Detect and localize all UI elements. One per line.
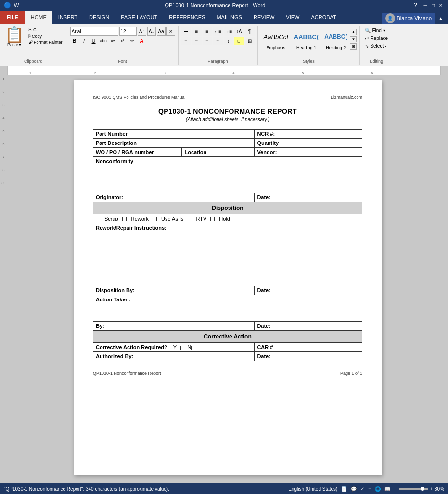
disposition-header: Disposition — [93, 202, 362, 214]
user-avatar: 👤 — [385, 13, 395, 23]
zoom-in-button[interactable]: + — [430, 486, 433, 492]
rtv-checkbox[interactable] — [188, 217, 192, 221]
font-name-input[interactable] — [70, 27, 118, 36]
date4-label: Date: — [255, 352, 362, 361]
copy-button[interactable]: ⎘ Copy — [27, 33, 64, 39]
decrease-indent-button[interactable]: ←≡ — [213, 27, 223, 36]
style-heading2[interactable]: AABBC( Heading 2 — [321, 27, 350, 51]
multilevel-button[interactable]: ≡ — [203, 27, 212, 36]
show-marks-button[interactable]: ¶ — [245, 27, 255, 36]
underline-button[interactable]: U — [90, 37, 98, 45]
bold-button[interactable]: B — [70, 37, 79, 45]
tab-references[interactable]: REFERENCES — [163, 11, 211, 24]
user-section[interactable]: 👤 Bianca Viviano — [382, 13, 436, 24]
tab-home[interactable]: HOME — [25, 11, 52, 24]
ruler-right-margin — [441, 66, 448, 75]
sort-button[interactable]: ↕A — [234, 27, 244, 36]
format-painter-button[interactable]: 🖌 Format Painter — [27, 39, 64, 45]
ruler-num-5: 5 — [3, 130, 5, 133]
strikethrough-button[interactable]: abc — [99, 37, 108, 45]
table-row-authorized: Authorized By: Date: — [93, 352, 362, 361]
word-page[interactable]: ISO 9001 QMS Policies and Procedures Man… — [74, 80, 382, 475]
table-row-action-taken: Action Taken: — [93, 295, 362, 322]
tab-insert[interactable]: INSERT — [52, 11, 83, 24]
line-spacing-button[interactable]: ↕ — [224, 37, 233, 45]
styles-scroll-down[interactable]: ▼ — [350, 36, 357, 42]
replace-button[interactable]: ⇄ Replace — [363, 35, 390, 42]
align-left-button[interactable]: ≡ — [181, 37, 191, 45]
select-button[interactable]: ↘ Select - — [363, 42, 390, 50]
hold-checkbox[interactable] — [210, 217, 215, 221]
table-row-nonconformity: Nonconformity — [93, 157, 362, 193]
font-shrink-button[interactable]: A↓ — [147, 27, 156, 36]
action-taken-cell: Action Taken: — [93, 295, 362, 322]
minimize-button[interactable]: ─ — [422, 2, 429, 9]
cut-button[interactable]: ✂ Cut — [27, 27, 64, 33]
superscript-button[interactable]: x² — [118, 37, 127, 45]
style-emphasis-label: Emphasis — [266, 45, 285, 50]
part-number-label: Part Number — [93, 130, 255, 139]
paste-button[interactable]: 📋 Paste ▼ — [3, 27, 26, 47]
ribbon-collapse-button[interactable]: ▲ — [435, 16, 446, 21]
tab-review[interactable]: REVIEW — [248, 11, 280, 24]
style-emphasis-preview: AaBbCcI — [264, 28, 288, 45]
tab-mailings[interactable]: MAILINGS — [211, 11, 248, 24]
styles-scroll-up[interactable]: ▲ — [350, 29, 357, 35]
justify-button[interactable]: ≡ — [213, 37, 223, 45]
clear-format-button[interactable]: ✕ — [166, 27, 175, 36]
style-heading2-label: Heading 2 — [326, 45, 346, 50]
maximize-button[interactable]: □ — [430, 2, 436, 9]
numbering-button[interactable]: ≡ — [192, 27, 202, 36]
tab-acrobat[interactable]: ACROBAT — [305, 11, 342, 24]
bullets-button[interactable]: ☰ — [181, 27, 191, 36]
styles-more[interactable]: ⊞ — [350, 43, 357, 50]
style-heading1[interactable]: AABBC( Heading 1 — [291, 27, 321, 51]
tab-file[interactable]: FILE — [0, 11, 25, 24]
font-grow-button[interactable]: A↑ — [138, 27, 146, 36]
yes-checkbox[interactable] — [177, 346, 181, 350]
help-button[interactable]: ? — [411, 2, 420, 9]
style-emphasis[interactable]: AaBbCcI Emphasis — [261, 27, 291, 51]
italic-button[interactable]: I — [80, 37, 89, 45]
date3-label: Date: — [255, 322, 362, 331]
ruler-mark-5: 5 — [302, 71, 304, 75]
page-header: ISO 9001 QMS Policies and Procedures Man… — [93, 95, 362, 100]
zoom-control[interactable]: − + 80% — [394, 486, 444, 492]
find-button[interactable]: 🔍 Find ▾ — [363, 27, 390, 34]
ruler-mark-2: 2 — [94, 71, 96, 75]
align-right-button[interactable]: ≡ — [203, 37, 212, 45]
ruler-mark-6: 6 — [371, 71, 373, 75]
by-label: By: — [93, 322, 255, 331]
zoom-slider[interactable] — [399, 488, 428, 490]
tab-design[interactable]: DESIGN — [83, 11, 115, 24]
scrap-checkbox[interactable] — [96, 217, 100, 221]
disposition-by-label: Disposition By: — [93, 286, 255, 295]
font-case-button[interactable]: Aa — [157, 27, 166, 36]
tab-view[interactable]: VIEW — [280, 11, 305, 24]
use-as-is-checkbox[interactable] — [153, 217, 157, 221]
corrective-action-header: Corrective Action — [93, 331, 362, 343]
shading-button[interactable]: ◻ — [234, 37, 244, 45]
close-button[interactable]: ✕ — [437, 2, 444, 9]
tab-page-layout[interactable]: PAGE LAYOUT — [115, 11, 163, 24]
no-checkbox[interactable] — [191, 346, 195, 350]
ruler-mark-4: 4 — [232, 71, 234, 75]
table-row-checkboxes: Scrap Rework Use As Is RTV Hold — [93, 214, 362, 223]
increase-indent-button[interactable]: →≡ — [224, 27, 233, 36]
rework-checkbox[interactable] — [122, 217, 127, 221]
originator-label: Originator: — [93, 193, 255, 202]
ribbon-group-clipboard: 📋 Paste ▼ ✂ Cut ⎘ Copy 🖌 Format Painter … — [0, 26, 67, 65]
table-row-originator: Originator: Date: — [93, 193, 362, 202]
borders-button[interactable]: ⊞ — [245, 37, 255, 45]
align-center-button[interactable]: ≡ — [192, 37, 202, 45]
font-size-input[interactable] — [119, 27, 137, 36]
status-bar: "QP1030-1 Nonconformance Report": 340 ch… — [0, 483, 448, 494]
text-highlight-button[interactable]: ✏ — [128, 37, 137, 45]
wo-label: WO / PO / RGA number — [93, 148, 182, 157]
status-web-icon: 🌐 — [375, 486, 381, 492]
font-color-button[interactable]: A — [138, 37, 146, 45]
table-row-by: By: Date: — [93, 322, 362, 331]
ruler-num-6: 6 — [3, 143, 5, 146]
subscript-button[interactable]: x₂ — [109, 37, 117, 45]
zoom-out-button[interactable]: − — [394, 486, 397, 492]
